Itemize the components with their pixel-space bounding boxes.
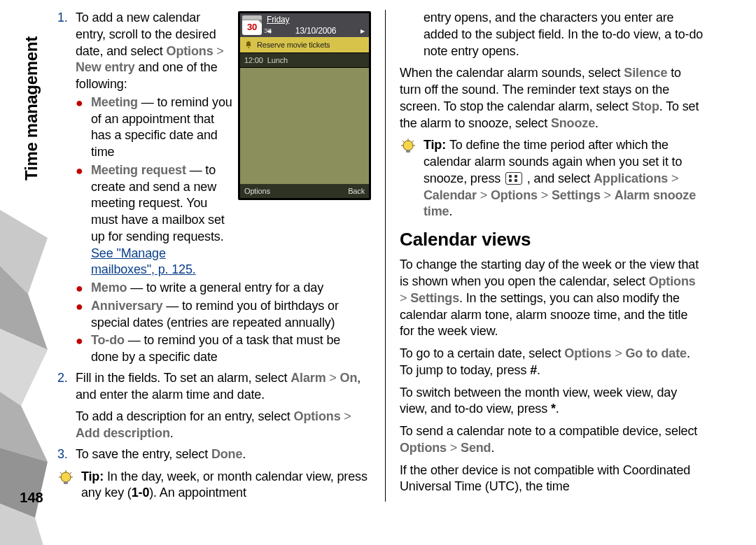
svg-line-19 — [402, 141, 404, 142]
svg-point-14 — [403, 141, 413, 150]
phone-day-name: Friday — [267, 15, 365, 26]
phone-entry-row: 12:00 Lunch — [240, 52, 369, 68]
bell-icon — [244, 41, 253, 49]
phone-date: 13/10/2006 — [295, 26, 337, 37]
views-paragraph-2: To go to a certain date, select Options … — [400, 346, 704, 379]
menu-key-icon — [505, 172, 522, 185]
svg-point-6 — [248, 47, 249, 48]
tip-appointment: Tip: In the day, week, or month calendar… — [57, 469, 371, 502]
svg-rect-8 — [64, 481, 68, 484]
phone-reminder-text: Reserve movie tickets — [257, 40, 330, 50]
phone-soft-left: Options — [244, 186, 270, 197]
side-tab: Time management — [15, 0, 48, 217]
bullet-meeting-request: ● Meeting request — to create and send a… — [76, 162, 232, 278]
svg-rect-15 — [406, 150, 410, 153]
right-column: entry opens, and the characters you ente… — [385, 10, 713, 502]
phone-body — [240, 68, 369, 184]
phone-screenshot: 30 Friday ◂ 13/10/2006 ▸ 3G — [238, 11, 371, 200]
views-paragraph-1: To change the starting day of the week o… — [400, 257, 704, 340]
alarm-paragraph: When the calendar alarm sounds, select S… — [400, 65, 704, 132]
views-paragraph-4: To send a calendar note to a compatible … — [400, 423, 704, 457]
phone-entry-time: 12:00 — [244, 55, 263, 66]
bullet-anniversary: ● Anniversary — to remind you of birthda… — [76, 298, 371, 332]
phone-soft-right: Back — [348, 186, 365, 197]
left-column: 30 Friday ◂ 13/10/2006 ▸ 3G — [57, 10, 385, 502]
bullet-todo: ● To-do — to remind you of a task that m… — [76, 332, 371, 366]
step-1: 1. To add a new calendar entry, scroll t… — [57, 10, 232, 93]
lightbulb-icon — [57, 479, 74, 493]
tip-snooze: Tip: To define the time period after whi… — [400, 137, 704, 220]
views-paragraph-3: To switch between the month view, week v… — [400, 385, 704, 418]
svg-line-20 — [412, 141, 414, 142]
svg-point-7 — [61, 472, 71, 482]
heading-calendar-views: Calendar views — [400, 227, 704, 251]
step-3: 3. To save the entry, select Done. — [57, 446, 371, 463]
phone-softkeys: Options Back — [240, 184, 369, 198]
phone-titlebar: 30 Friday ◂ 13/10/2006 ▸ 3G — [240, 13, 369, 37]
bullet-memo: ● Memo — to write a general entry for a … — [76, 280, 371, 297]
phone-reminder-row: Reserve movie tickets — [240, 37, 369, 52]
bullet-meeting: ● Meeting — to remind you of an appointm… — [76, 94, 232, 161]
svg-line-12 — [60, 472, 62, 474]
step-2-description: To add a description for an entry, selec… — [76, 409, 371, 442]
lightbulb-icon — [400, 147, 416, 161]
phone-entry-label: Lunch — [267, 55, 288, 66]
side-tab-label: Time management — [22, 36, 41, 181]
views-paragraph-5: If the other device is not compatible wi… — [400, 462, 704, 496]
svg-line-13 — [70, 472, 71, 474]
phone-date-caret-r: ▸ — [360, 26, 365, 37]
step-2: 2. Fill in the fields. To set an alarm, … — [57, 370, 371, 404]
link-manage-mailboxes[interactable]: See "Manage mailboxes", p. 125. — [91, 246, 196, 277]
tip-continuation: entry opens, and the characters you ente… — [424, 10, 704, 59]
phone-signal: 3G — [264, 27, 272, 36]
calendar-icon: 30 — [242, 15, 262, 35]
page-number: 148 — [15, 490, 48, 506]
